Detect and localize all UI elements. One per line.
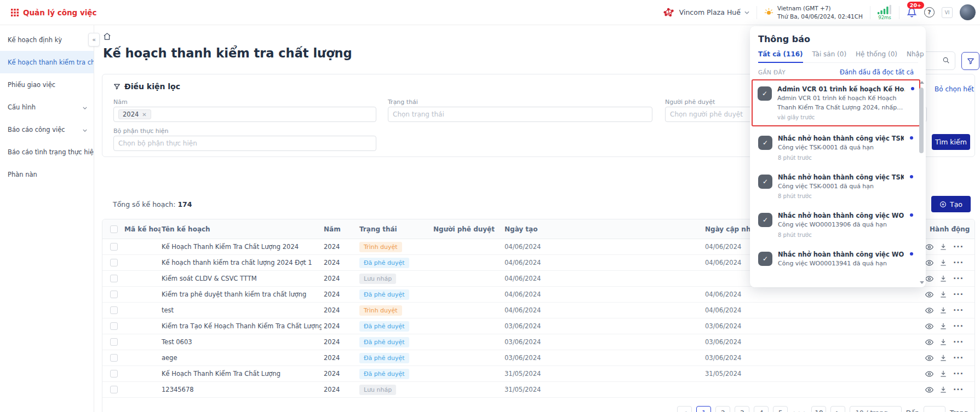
user-avatar[interactable]: [960, 4, 976, 20]
row-checkbox[interactable]: [110, 259, 118, 266]
help-icon[interactable]: ?: [924, 7, 935, 18]
tab-all[interactable]: Tất cả (116): [758, 50, 803, 62]
view-icon[interactable]: [925, 275, 933, 283]
row-checkbox[interactable]: [110, 243, 118, 251]
goto-page-input[interactable]: [924, 406, 945, 412]
notification-item[interactable]: ✓ Nhắc nhở hoàn thành công việc TSK... C…: [753, 130, 918, 166]
status-field[interactable]: [388, 107, 652, 122]
notification-item[interactable]: ✓ Nhắc nhở hoàn thành công việc TSK... C…: [753, 169, 918, 205]
org-selector[interactable]: Vincom Plaza Huế: [663, 7, 749, 18]
sidebar-item-work-report[interactable]: Báo cáo công việc: [0, 118, 94, 141]
page-button-5[interactable]: 5: [773, 406, 788, 412]
remove-tag-icon[interactable]: ✕: [142, 112, 146, 118]
more-actions-icon[interactable]: ···: [953, 353, 964, 362]
more-actions-icon[interactable]: ···: [953, 274, 964, 283]
page-button-2[interactable]: 2: [715, 406, 730, 412]
download-icon[interactable]: [939, 243, 947, 251]
department-select[interactable]: [114, 140, 376, 147]
notification-item[interactable]: ✓ Admin VCR 01 trình kế hoạch Kế Ho... A…: [752, 79, 920, 126]
notification-item[interactable]: ✓ Nhắc nhở hoàn thành công việc WO0... C…: [753, 207, 918, 243]
view-icon[interactable]: [925, 370, 933, 378]
sidebar-item-quality-inspection-plan[interactable]: Kế hoạch thanh kiểm tra chất...: [0, 51, 94, 73]
column-filter-button[interactable]: [961, 52, 979, 70]
sidebar-collapse-button[interactable]: «: [88, 33, 100, 47]
sidebar-item-work-ticket[interactable]: Phiếu giao việc: [0, 73, 94, 96]
download-icon[interactable]: [939, 291, 947, 298]
page-button-3[interactable]: 3: [735, 406, 749, 412]
scrollbar-thumb[interactable]: [919, 88, 924, 153]
download-icon[interactable]: [939, 338, 947, 346]
home-icon[interactable]: [103, 32, 111, 42]
table-row[interactable]: Kế Hoạch Thanh Kiểm Tra Chất Lượng 2024 …: [102, 366, 975, 382]
year-field[interactable]: 2024✕: [113, 107, 376, 122]
download-icon[interactable]: [939, 370, 947, 378]
row-checkbox[interactable]: [110, 370, 118, 378]
row-checkbox[interactable]: [110, 354, 118, 362]
view-icon[interactable]: [925, 322, 933, 330]
sidebar-item-complaints[interactable]: Phàn nàn: [0, 163, 94, 185]
more-actions-icon[interactable]: ···: [953, 306, 964, 315]
tab-import[interactable]: Nhập: [907, 50, 924, 62]
mark-all-read-link[interactable]: Đánh dấu đã đọc tất cả: [840, 68, 914, 76]
search-icon[interactable]: [942, 56, 950, 66]
sidebar-item-status-report[interactable]: Báo cáo tình trạng thực hiện: [0, 141, 94, 163]
table-row[interactable]: aege 2024 Đã phê duyệt 03/06/2024 03/06/…: [102, 350, 975, 366]
scroll-up-icon[interactable]: [920, 81, 924, 84]
view-icon[interactable]: [925, 338, 933, 346]
sidebar-item-periodic-plan[interactable]: Kế hoạch định kỳ: [0, 28, 94, 51]
notification-item[interactable]: ✓ Nhắc nhở hoàn thành công việc WO0... C…: [753, 246, 918, 274]
download-icon[interactable]: [939, 306, 947, 314]
more-actions-icon[interactable]: ···: [953, 338, 964, 346]
tab-assets[interactable]: Tài sản (0): [812, 50, 846, 62]
more-actions-icon[interactable]: ···: [953, 258, 964, 267]
view-icon[interactable]: [925, 354, 933, 362]
download-icon[interactable]: [939, 386, 947, 393]
sidebar-item-configuration[interactable]: Cấu hình: [0, 96, 94, 118]
download-icon[interactable]: [939, 322, 947, 330]
row-checkbox[interactable]: [110, 275, 118, 282]
notifications-bell[interactable]: 20+: [907, 7, 917, 18]
view-icon[interactable]: [925, 306, 933, 315]
more-actions-icon[interactable]: ···: [953, 290, 964, 299]
row-checkbox[interactable]: [110, 322, 118, 330]
view-icon[interactable]: [925, 259, 933, 267]
view-icon[interactable]: [925, 291, 933, 299]
row-checkbox[interactable]: [110, 291, 118, 298]
page-ellipsis[interactable]: •••: [792, 409, 807, 412]
view-icon[interactable]: [925, 243, 933, 251]
page-size-select[interactable]: 10 / trang: [850, 406, 901, 412]
tab-system[interactable]: Hệ thống (0): [856, 50, 897, 62]
create-button[interactable]: Tạo: [931, 196, 971, 212]
prev-page-button[interactable]: <: [677, 406, 692, 412]
download-icon[interactable]: [939, 354, 947, 362]
year-tag[interactable]: 2024✕: [118, 109, 151, 119]
more-actions-icon[interactable]: ···: [953, 385, 964, 394]
row-checkbox[interactable]: [110, 338, 118, 346]
panel-scrollbar[interactable]: [919, 81, 924, 284]
page-button-1[interactable]: 1: [696, 406, 711, 412]
table-row[interactable]: 12345678 2024 Lưu nháp 31/05/2024 ···: [102, 382, 975, 398]
more-actions-icon[interactable]: ···: [953, 242, 964, 251]
download-icon[interactable]: [939, 275, 947, 282]
row-checkbox[interactable]: [110, 386, 118, 393]
page-button-last[interactable]: 18: [811, 406, 826, 412]
select-all-checkbox[interactable]: [110, 225, 118, 233]
page-button-4[interactable]: 4: [754, 406, 769, 412]
row-checkbox[interactable]: [110, 306, 118, 314]
search-button[interactable]: Tìm kiếm: [932, 134, 970, 150]
scroll-down-icon[interactable]: [920, 281, 924, 284]
table-row[interactable]: Test 0603 2024 Đã phê duyệt 03/06/2024 0…: [102, 334, 975, 350]
table-row[interactable]: Kiểm tra Tạo Kế Hoạch Thanh Kiểm Tra Chấ…: [102, 318, 975, 334]
more-actions-icon[interactable]: ···: [953, 369, 964, 378]
download-icon[interactable]: [939, 259, 947, 266]
next-page-button[interactable]: >: [830, 406, 845, 412]
view-icon[interactable]: [925, 386, 933, 394]
app-brand[interactable]: Quản lý công việc: [11, 8, 96, 17]
department-field[interactable]: [113, 136, 376, 151]
table-row[interactable]: Kiểm tra phê duyệt thanh kiểm tra chất l…: [102, 287, 975, 303]
deselect-all-link[interactable]: Bỏ chọn hết: [935, 85, 974, 93]
language-badge[interactable]: VI: [942, 7, 953, 18]
more-actions-icon[interactable]: ···: [953, 322, 964, 330]
status-select[interactable]: [388, 111, 652, 118]
table-row[interactable]: test 2024 Trình duyệt 04/06/2024 04/06/2…: [102, 303, 975, 318]
